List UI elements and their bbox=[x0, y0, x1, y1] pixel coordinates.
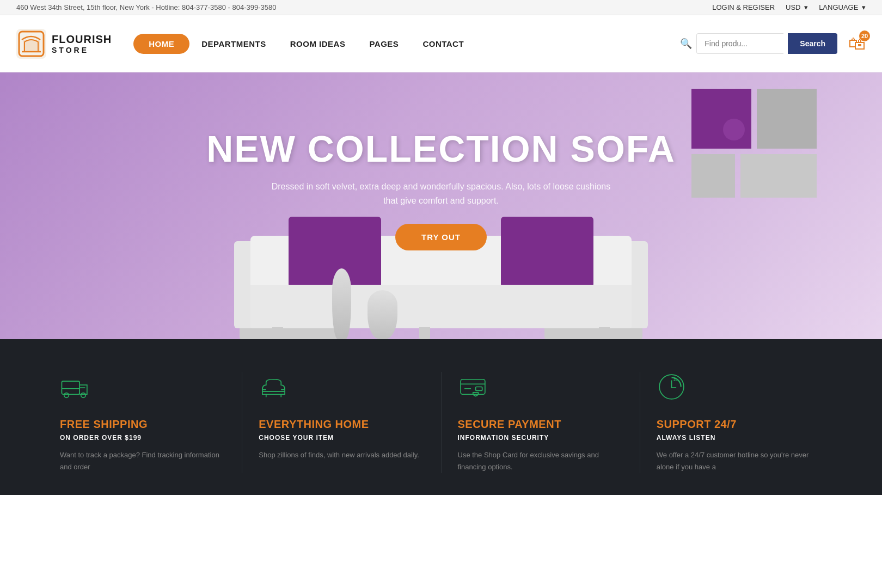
sofa-leg-2 bbox=[419, 327, 430, 339]
feature-home-desc: Shop zillions of finds, with new arrival… bbox=[259, 449, 424, 461]
header-search: 🔍 Search bbox=[680, 33, 837, 54]
feature-shipping: FREE SHIPPING ON ORDER OVER $199 Want to… bbox=[44, 372, 242, 473]
vase-short bbox=[367, 290, 397, 339]
language-arrow: ▾ bbox=[862, 3, 866, 11]
feature-home: EVERYTHING HOME CHOOSE YOUR ITEM Shop zi… bbox=[242, 372, 441, 473]
top-bar: 460 West 34th Street, 15th floor, New Yo… bbox=[0, 0, 882, 15]
header: FLOURISH STORE HOME DEPARTMENTS ROOM IDE… bbox=[0, 15, 882, 72]
nav-item-room-ideas[interactable]: ROOM IDEAS bbox=[278, 35, 358, 53]
search-button[interactable]: Search bbox=[788, 33, 837, 54]
logo-store: STORE bbox=[52, 46, 112, 55]
logo[interactable]: FLOURISH STORE bbox=[16, 29, 112, 59]
feature-payment: SECURE PAYMENT INFORMATION SECURITY Use … bbox=[442, 372, 640, 473]
nav-item-pages[interactable]: PAGES bbox=[357, 35, 411, 53]
svg-point-5 bbox=[81, 393, 86, 398]
feature-payment-title: SECURE PAYMENT bbox=[458, 418, 623, 431]
feature-support: 24 SUPPORT 24/7 ALWAYS LISTEN We offer a… bbox=[640, 372, 838, 473]
logo-text: FLOURISH STORE bbox=[52, 33, 112, 55]
cube-accent-ball bbox=[723, 119, 745, 140]
cube-gray-bottom-right bbox=[740, 154, 817, 198]
hero-banner: NEW COLLECTION SOFA Dressed in soft velv… bbox=[0, 72, 882, 339]
features-section: FREE SHIPPING ON ORDER OVER $199 Want to… bbox=[0, 339, 882, 495]
search-input[interactable] bbox=[696, 33, 783, 54]
hero-content: NEW COLLECTION SOFA Dressed in soft velv… bbox=[206, 128, 676, 251]
cart-button[interactable]: 🛍 20 bbox=[848, 34, 866, 54]
vase-tall bbox=[332, 268, 351, 339]
feature-payment-subtitle: INFORMATION SECURITY bbox=[458, 434, 623, 442]
sofa-leg-1 bbox=[272, 327, 283, 339]
cube-purple bbox=[691, 89, 751, 149]
top-bar-right: LOGIN & REGISER USD ▾ LANGUAGE ▾ bbox=[712, 3, 866, 11]
svg-text:24: 24 bbox=[673, 378, 678, 382]
truck-icon bbox=[60, 372, 225, 407]
cube-gray-bottom-left bbox=[691, 154, 735, 198]
feature-support-desc: We offer a 24/7 customer hotline so you'… bbox=[657, 449, 822, 473]
logo-flourish: FLOURISH bbox=[52, 33, 112, 46]
feature-home-subtitle: CHOOSE YOUR ITEM bbox=[259, 434, 424, 442]
sofa-leg-3 bbox=[599, 327, 610, 339]
feature-support-subtitle: ALWAYS LISTEN bbox=[657, 434, 822, 442]
logo-icon bbox=[16, 29, 46, 59]
svg-point-4 bbox=[64, 393, 69, 398]
feature-home-title: EVERYTHING HOME bbox=[259, 418, 424, 431]
feature-shipping-subtitle: ON ORDER OVER $199 bbox=[60, 434, 225, 442]
nav-item-departments[interactable]: DEPARTMENTS bbox=[189, 35, 278, 53]
login-link[interactable]: LOGIN & REGISER bbox=[712, 3, 775, 11]
currency-selector[interactable]: USD ▾ bbox=[786, 3, 808, 11]
feature-shipping-desc: Want to track a package? Find tracking i… bbox=[60, 449, 225, 473]
currency-arrow: ▾ bbox=[804, 3, 808, 11]
sofa-icon bbox=[259, 372, 424, 407]
vase-scene bbox=[332, 268, 397, 339]
sofa-seat bbox=[250, 285, 632, 328]
svg-rect-7 bbox=[475, 387, 482, 391]
feature-payment-desc: Use the Shop Card for exclusive savings … bbox=[458, 449, 623, 473]
hero-title: NEW COLLECTION SOFA bbox=[206, 128, 676, 169]
feature-shipping-title: FREE SHIPPING bbox=[60, 418, 225, 431]
main-nav: HOME DEPARTMENTS ROOM IDEAS PAGES CONTAC… bbox=[133, 34, 680, 54]
feature-support-title: SUPPORT 24/7 bbox=[657, 418, 822, 431]
address-text: 460 West 34th Street, 15th floor, New Yo… bbox=[16, 3, 276, 11]
nav-item-home[interactable]: HOME bbox=[133, 34, 189, 54]
hero-subtitle: Dressed in soft velvet, extra deep and w… bbox=[267, 180, 615, 207]
nav-item-contact[interactable]: CONTACT bbox=[411, 35, 476, 53]
cart-badge: 20 bbox=[859, 30, 870, 41]
cube-decoration bbox=[691, 89, 817, 198]
language-selector[interactable]: LANGUAGE ▾ bbox=[819, 3, 866, 11]
support-icon: 24 bbox=[657, 372, 822, 407]
card-icon bbox=[458, 372, 623, 407]
search-icon: 🔍 bbox=[680, 38, 692, 50]
hero-cta-button[interactable]: TRY OUT bbox=[395, 224, 487, 250]
svg-rect-3 bbox=[62, 381, 79, 394]
cube-gray-top-right bbox=[757, 89, 817, 149]
